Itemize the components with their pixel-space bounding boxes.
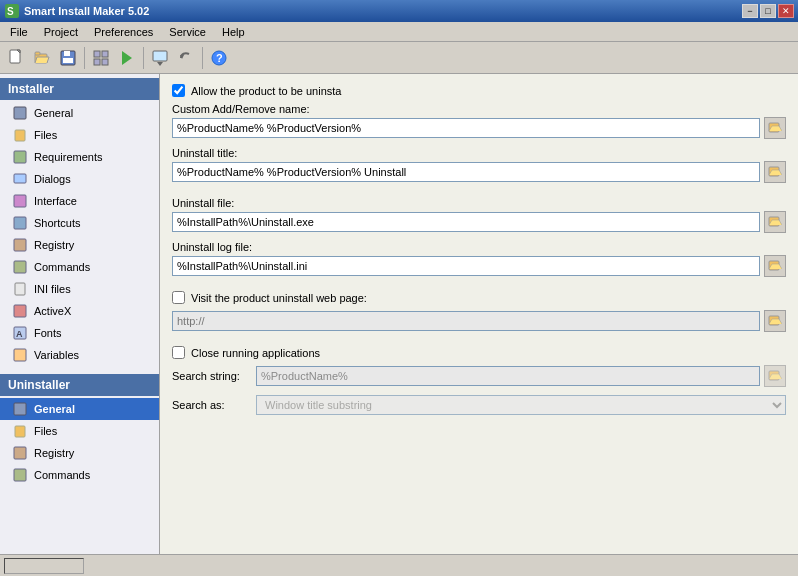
svg-rect-31	[14, 349, 26, 361]
uninstaller-files-icon	[12, 423, 28, 439]
uninstaller-section-label: Uninstaller	[0, 374, 159, 396]
sidebar-item-general-uninstaller[interactable]: General	[0, 398, 159, 420]
interface-icon	[12, 193, 28, 209]
sidebar-item-fonts[interactable]: A Fonts	[0, 322, 159, 344]
sidebar-item-dialogs[interactable]: Dialogs	[0, 168, 159, 190]
svg-rect-5	[35, 52, 40, 55]
svg-rect-9	[94, 51, 100, 57]
uninstaller-general-icon	[12, 401, 28, 417]
allow-uninstall-row: Allow the product to be uninsta	[172, 84, 786, 97]
svg-marker-15	[157, 62, 163, 66]
search-string-browse-btn[interactable]	[764, 365, 786, 387]
search-as-input-row: Search as: Window title substring	[172, 395, 786, 415]
sidebar-item-general-installer[interactable]: General	[0, 102, 159, 124]
title-bar-buttons: − □ ✕	[742, 4, 794, 18]
sidebar: Installer General Files Requirements Dia…	[0, 74, 160, 554]
search-string-label: Search string:	[172, 370, 252, 382]
uninstaller-registry-icon	[12, 445, 28, 461]
menu-service[interactable]: Service	[161, 24, 214, 40]
uninstall-title-input-row	[172, 161, 786, 183]
search-string-input[interactable]	[256, 366, 760, 386]
uninstall-title-input[interactable]	[172, 162, 760, 182]
close-button[interactable]: ✕	[778, 4, 794, 18]
menu-file[interactable]: File	[2, 24, 36, 40]
import-button[interactable]	[148, 46, 172, 70]
svg-rect-8	[63, 58, 73, 63]
uninstall-file-browse-btn[interactable]	[764, 211, 786, 233]
uninstall-log-label: Uninstall log file:	[172, 241, 786, 253]
svg-marker-13	[122, 51, 132, 65]
toolbar: ?	[0, 42, 798, 74]
custom-add-remove-browse-btn[interactable]	[764, 117, 786, 139]
uninstall-log-input[interactable]	[172, 256, 760, 276]
minimize-button[interactable]: −	[742, 4, 758, 18]
sidebar-item-files-installer[interactable]: Files	[0, 124, 159, 146]
sidebar-item-activex[interactable]: ActiveX	[0, 300, 159, 322]
sidebar-item-ini-files[interactable]: INI files	[0, 278, 159, 300]
uninstall-file-input[interactable]	[172, 212, 760, 232]
svg-rect-32	[14, 403, 26, 415]
undo-button[interactable]	[174, 46, 198, 70]
sidebar-item-interface[interactable]: Interface	[0, 190, 159, 212]
custom-add-remove-input[interactable]	[172, 118, 760, 138]
fonts-icon: A	[12, 325, 28, 341]
uninstall-log-input-row	[172, 255, 786, 277]
sidebar-item-files-uninstaller[interactable]: Files	[0, 420, 159, 442]
uninstall-title-row: Uninstall title:	[172, 147, 786, 183]
svg-text:S: S	[7, 6, 14, 17]
svg-rect-11	[94, 59, 100, 65]
title-bar: S Smart Install Maker 5.02 − □ ✕	[0, 0, 798, 22]
svg-text:?: ?	[216, 52, 223, 64]
search-as-select[interactable]: Window title substring	[256, 395, 786, 415]
svg-rect-35	[14, 469, 26, 481]
commands-icon	[12, 259, 28, 275]
sidebar-item-variables[interactable]: Variables	[0, 344, 159, 366]
sidebar-item-registry-installer[interactable]: Registry	[0, 234, 159, 256]
search-as-row: Search as: Window title substring	[172, 395, 786, 415]
svg-rect-22	[14, 174, 26, 183]
installer-section-label: Installer	[0, 78, 159, 100]
svg-rect-7	[64, 51, 70, 56]
play-button[interactable]	[115, 46, 139, 70]
general-icon	[12, 105, 28, 121]
svg-rect-21	[14, 151, 26, 163]
app-icon: S	[4, 3, 20, 19]
uninstall-log-browse-btn[interactable]	[764, 255, 786, 277]
registry-icon	[12, 237, 28, 253]
new-button[interactable]	[4, 46, 28, 70]
uninstall-title-label: Uninstall title:	[172, 147, 786, 159]
open-button[interactable]	[30, 46, 54, 70]
svg-rect-23	[14, 195, 26, 207]
activex-icon	[12, 303, 28, 319]
sidebar-item-commands-installer[interactable]: Commands	[0, 256, 159, 278]
http-url-input[interactable]	[172, 311, 760, 331]
menu-help[interactable]: Help	[214, 24, 253, 40]
search-as-label: Search as:	[172, 399, 252, 411]
maximize-button[interactable]: □	[760, 4, 776, 18]
sidebar-item-shortcuts[interactable]: Shortcuts	[0, 212, 159, 234]
grid-button[interactable]	[89, 46, 113, 70]
search-string-row: Search string:	[172, 365, 786, 387]
menu-preferences[interactable]: Preferences	[86, 24, 161, 40]
svg-rect-20	[15, 130, 25, 141]
http-url-browse-btn[interactable]	[764, 310, 786, 332]
allow-uninstall-checkbox[interactable]	[172, 84, 185, 97]
custom-add-remove-row: Custom Add/Remove name:	[172, 103, 786, 139]
toolbar-separator-2	[143, 47, 144, 69]
content-area: Allow the product to be uninsta Custom A…	[160, 74, 798, 554]
visit-web-checkbox[interactable]	[172, 291, 185, 304]
sidebar-item-registry-uninstaller[interactable]: Registry	[0, 442, 159, 464]
http-url-input-row	[172, 310, 786, 332]
svg-rect-10	[102, 51, 108, 57]
sidebar-item-commands-uninstaller[interactable]: Commands	[0, 464, 159, 486]
save-button[interactable]	[56, 46, 80, 70]
uninstall-title-browse-btn[interactable]	[764, 161, 786, 183]
close-apps-label: Close running applications	[191, 347, 320, 359]
close-apps-checkbox[interactable]	[172, 346, 185, 359]
help-button[interactable]: ?	[207, 46, 231, 70]
sidebar-item-requirements[interactable]: Requirements	[0, 146, 159, 168]
visit-web-label: Visit the product uninstall web page:	[191, 292, 367, 304]
menu-project[interactable]: Project	[36, 24, 86, 40]
uninstall-file-label: Uninstall file:	[172, 197, 786, 209]
menu-bar: File Project Preferences Service Help	[0, 22, 798, 42]
